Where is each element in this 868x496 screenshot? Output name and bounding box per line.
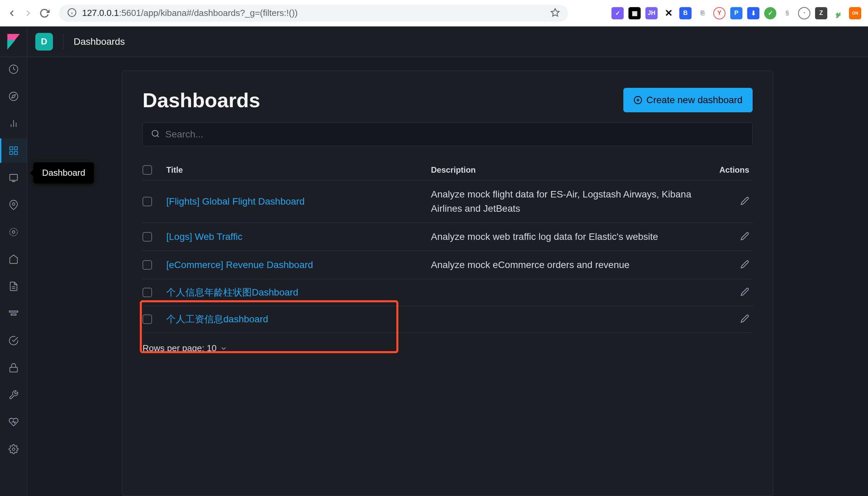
ext-icon[interactable]: Y [713, 7, 726, 19]
svg-marker-3 [551, 9, 559, 16]
ext-icon[interactable]: B [679, 7, 692, 19]
nav-discover[interactable] [0, 84, 27, 109]
nav-security[interactable] [0, 356, 27, 380]
chevron-down-icon [220, 345, 227, 352]
dashboard-link[interactable]: 个人工资信息dashboard [166, 313, 431, 326]
dashboard-link[interactable]: [eCommerce] Revenue Dashboard [166, 260, 431, 270]
nav-sidebar [0, 27, 27, 496]
search-box[interactable] [142, 123, 753, 146]
ext-icon[interactable]: · [798, 7, 810, 19]
table-row: [Flights] Global Flight Dashboard Analyz… [142, 181, 753, 223]
rows-per-page[interactable]: Rows per page: 10 [142, 343, 753, 354]
search-icon [151, 129, 160, 139]
table-row: [Logs] Web Traffic Analyze mock web traf… [142, 223, 753, 251]
edit-icon[interactable] [740, 264, 749, 270]
svg-point-18 [10, 228, 17, 236]
nav-canvas[interactable] [0, 166, 27, 190]
extension-icons: ✓ ▦ JH ✕ B ⎘ Y P ⬇ ✓ § · Z 𝓎 ON [611, 7, 861, 19]
svg-marker-6 [12, 95, 15, 98]
row-checkbox[interactable] [142, 260, 152, 270]
ext-icon[interactable]: Z [815, 7, 827, 19]
svg-rect-12 [14, 152, 17, 155]
reload-button[interactable] [40, 8, 49, 18]
row-checkbox[interactable] [142, 314, 152, 324]
row-checkbox[interactable] [142, 288, 152, 297]
svg-rect-24 [10, 368, 17, 372]
breadcrumb[interactable]: Dashboards [74, 36, 125, 47]
svg-rect-14 [10, 174, 17, 181]
dashboards-table: Title Description Actions [Flights] Glob… [142, 160, 753, 333]
row-checkbox[interactable] [142, 197, 152, 206]
svg-rect-13 [10, 152, 13, 155]
ext-icon[interactable]: JH [646, 7, 657, 19]
dashboards-panel: Dashboards Create new dashboard Title De… [122, 71, 773, 496]
edit-icon[interactable] [740, 236, 749, 242]
svg-point-5 [9, 92, 18, 101]
select-all-checkbox[interactable] [142, 165, 152, 175]
dashboard-link[interactable]: 个人信息年龄柱状图Dashboard [166, 286, 431, 299]
site-info-icon[interactable] [67, 8, 77, 19]
dashboard-link[interactable]: [Flights] Global Flight Dashboard [166, 196, 431, 207]
edit-icon[interactable] [740, 201, 749, 206]
table-row: [eCommerce] Revenue Dashboard Analyze mo… [142, 251, 753, 279]
svg-point-25 [12, 448, 15, 451]
space-selector[interactable]: D [35, 33, 53, 50]
column-description[interactable]: Description [431, 165, 698, 175]
main-content: Dashboards Create new dashboard Title De… [27, 27, 868, 496]
svg-point-19 [12, 231, 15, 233]
table-row: 个人信息年龄柱状图Dashboard [142, 279, 753, 306]
nav-apm[interactable] [0, 301, 27, 326]
ext-icon[interactable]: ▦ [629, 7, 641, 19]
nav-tooltip: Dashboard [33, 162, 94, 184]
ext-icon[interactable]: § [781, 7, 793, 19]
ext-icon[interactable]: ⎘ [696, 7, 709, 19]
table-row: 个人工资信息dashboard [142, 306, 753, 333]
nav-infrastructure[interactable] [0, 247, 27, 272]
nav-recent[interactable] [0, 57, 27, 81]
divider [63, 34, 63, 50]
nav-visualize[interactable] [0, 111, 27, 136]
svg-rect-22 [9, 311, 18, 312]
nav-monitoring[interactable] [0, 410, 27, 434]
ext-icon[interactable]: ✓ [764, 7, 776, 19]
ext-icon[interactable]: ⬇ [747, 7, 759, 19]
nav-devtools[interactable] [0, 383, 27, 407]
dashboard-description: Analyze mock flight data for ES-Air, Log… [431, 187, 698, 216]
ext-icon[interactable]: ✕ [662, 7, 675, 19]
page-title: Dashboards [142, 89, 260, 112]
svg-line-30 [157, 135, 159, 137]
ext-icon[interactable]: P [730, 7, 742, 19]
app-header: D Dashboards [0, 27, 868, 57]
row-checkbox[interactable] [142, 232, 152, 242]
column-title[interactable]: Title [166, 165, 431, 175]
create-dashboard-button[interactable]: Create new dashboard [623, 88, 753, 112]
nav-maps[interactable] [0, 193, 27, 217]
plus-circle-icon [634, 96, 642, 105]
svg-point-17 [12, 203, 15, 206]
kibana-logo[interactable] [0, 27, 27, 57]
svg-rect-10 [10, 147, 13, 150]
nav-uptime[interactable] [0, 328, 27, 353]
ext-icon[interactable]: ON [849, 7, 861, 19]
nav-ml[interactable] [0, 220, 27, 244]
bookmark-star-icon[interactable] [551, 8, 560, 19]
svg-point-29 [152, 130, 158, 136]
browser-toolbar: 127.0.0.1:5601/app/kibana#/dashboards?_g… [0, 0, 868, 27]
svg-rect-11 [14, 147, 17, 150]
dashboard-link[interactable]: [Logs] Web Traffic [166, 231, 431, 242]
dashboard-description: Analyze mock eCommerce orders and revenu… [431, 258, 698, 272]
search-input[interactable] [165, 129, 744, 140]
url-text: 127.0.0.1:5601/app/kibana#/dashboards?_g… [82, 8, 545, 18]
column-actions: Actions [698, 165, 753, 175]
forward-button[interactable] [23, 8, 33, 18]
ext-icon[interactable]: ✓ [611, 7, 624, 19]
address-bar[interactable]: 127.0.0.1:5601/app/kibana#/dashboards?_g… [59, 5, 568, 22]
nav-dashboard[interactable] [0, 138, 27, 163]
nav-logs[interactable] [0, 274, 27, 298]
nav-management[interactable] [0, 437, 27, 461]
ext-icon[interactable]: 𝓎 [832, 7, 844, 19]
back-button[interactable] [7, 8, 17, 18]
edit-icon[interactable] [740, 318, 749, 324]
dashboard-description: Analyze mock web traffic log data for El… [431, 230, 698, 244]
edit-icon[interactable] [740, 291, 749, 297]
